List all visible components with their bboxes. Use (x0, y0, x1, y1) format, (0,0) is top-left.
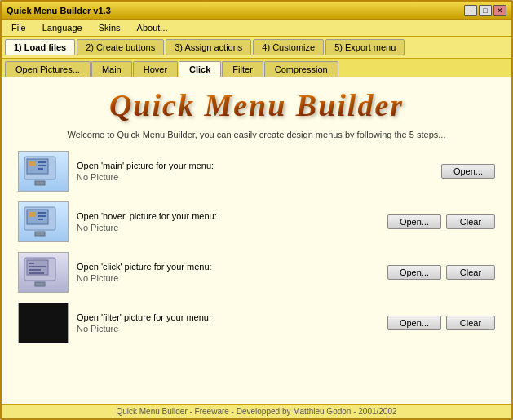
tabs-bar: Open Pictures... Main Hover Click Filter… (2, 59, 511, 77)
svg-rect-10 (29, 212, 35, 217)
logo-text: Quick Menu Builder (2, 87, 511, 123)
click-open-button[interactable]: Open... (387, 265, 441, 280)
menu-about[interactable]: About... (130, 21, 175, 34)
minimize-button[interactable]: – (464, 5, 477, 16)
tab-filter[interactable]: Filter (222, 61, 263, 77)
svg-rect-21 (23, 307, 64, 339)
hover-open-button[interactable]: Open... (387, 214, 441, 229)
main-content: Quick Menu Builder Welcome to Quick Menu… (2, 77, 511, 404)
menu-bar: File Language Skins About... (2, 20, 511, 37)
picture-rows: Open 'main' picture for your menu: No Pi… (2, 146, 511, 404)
tab-click[interactable]: Click (179, 61, 221, 77)
welcome-text: Welcome to Quick Menu Builder, you can e… (2, 126, 511, 146)
window-title: Quick Menu Builder v1.3 (7, 6, 111, 15)
tab-main[interactable]: Main (91, 61, 132, 77)
hover-no-picture: No Picture (77, 223, 379, 232)
main-picture-label: Open 'main' picture for your menu: (77, 161, 433, 170)
menu-skins[interactable]: Skins (92, 21, 127, 34)
click-no-picture: No Picture (77, 273, 379, 283)
main-thumbnail (18, 151, 69, 192)
filter-picture-row: Open 'filter' picture for your menu: No … (18, 298, 495, 348)
filter-thumbnail (18, 303, 69, 343)
main-label-controls: Open 'main' picture for your menu: No Pi… (77, 161, 433, 182)
filter-picture-controls: Open... Clear (387, 316, 495, 330)
main-picture-controls: Open... (441, 164, 495, 179)
tab-open-pictures[interactable]: Open Pictures... (5, 61, 91, 77)
menu-language[interactable]: Language (36, 21, 89, 34)
click-clear-button[interactable]: Clear (446, 265, 495, 280)
click-picture-label: Open 'click' picture for your menu: (77, 262, 379, 272)
window-controls: – □ ✕ (464, 5, 506, 16)
step-2-button[interactable]: 2) Create buttons (77, 39, 164, 55)
click-thumbnail (18, 252, 69, 293)
filter-no-picture: No Picture (77, 324, 379, 334)
menu-file[interactable]: File (5, 21, 33, 34)
svg-rect-9 (35, 232, 45, 236)
click-label-controls: Open 'click' picture for your menu: No P… (77, 262, 379, 283)
svg-rect-3 (29, 161, 35, 166)
click-picture-row: Open 'click' picture for your menu: No P… (18, 247, 495, 298)
step-4-button[interactable]: 4) Customize (253, 39, 324, 55)
filter-open-button[interactable]: Open... (387, 316, 441, 330)
filter-label-controls: Open 'filter' picture for your menu: No … (77, 312, 379, 334)
hover-label-controls: Open 'hover' picture for your menu: No P… (77, 211, 379, 232)
click-picture-controls: Open... Clear (387, 265, 495, 280)
main-open-button[interactable]: Open... (441, 164, 495, 179)
hover-clear-button[interactable]: Clear (446, 214, 495, 229)
svg-rect-16 (35, 282, 45, 286)
tab-hover[interactable]: Hover (133, 61, 178, 77)
tab-compression[interactable]: Compression (264, 61, 338, 77)
step-5-button[interactable]: 5) Export menu (325, 39, 405, 55)
hover-picture-label: Open 'hover' picture for your menu: (77, 211, 379, 221)
logo-area: Quick Menu Builder (2, 77, 511, 126)
step-1-button[interactable]: 1) Load files (5, 39, 75, 55)
svg-rect-2 (35, 181, 45, 185)
maximize-button[interactable]: □ (479, 5, 492, 16)
title-bar: Quick Menu Builder v1.3 – □ ✕ (2, 2, 511, 20)
filter-picture-label: Open 'filter' picture for your menu: (77, 312, 379, 322)
step-3-button[interactable]: 3) Assign actions (166, 39, 251, 55)
main-picture-row: Open 'main' picture for your menu: No Pi… (18, 146, 495, 197)
status-bar: Quick Menu Builder - Freeware - Developp… (2, 404, 511, 418)
steps-bar: 1) Load files 2) Create buttons 3) Assig… (2, 37, 511, 59)
filter-clear-button[interactable]: Clear (446, 316, 495, 330)
hover-thumbnail (18, 201, 69, 242)
status-text: Quick Menu Builder - Freeware - Developp… (116, 407, 396, 416)
main-no-picture: No Picture (77, 172, 433, 182)
hover-picture-row: Open 'hover' picture for your menu: No P… (18, 197, 495, 247)
main-window: Quick Menu Builder v1.3 – □ ✕ File Langu… (0, 0, 513, 420)
close-button[interactable]: ✕ (493, 5, 506, 16)
hover-picture-controls: Open... Clear (387, 214, 495, 229)
